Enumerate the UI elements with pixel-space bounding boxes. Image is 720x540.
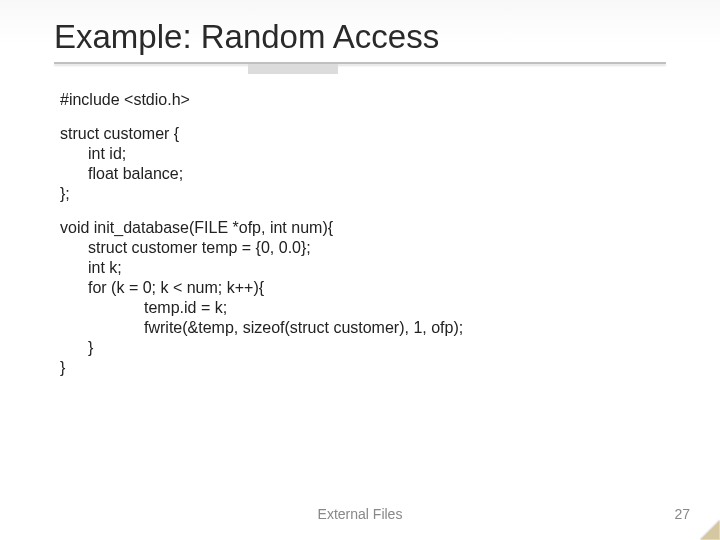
code-line: #include <stdio.h> — [60, 90, 666, 110]
title-underline — [54, 62, 666, 64]
footer-text: External Files — [0, 506, 720, 522]
code-line: fwrite(&temp, sizeof(struct customer), 1… — [60, 318, 666, 338]
code-function-block: void init_database(FILE *ofp, int num){ … — [60, 218, 666, 378]
code-line: int id; — [60, 144, 666, 164]
code-line: struct customer temp = {0, 0.0}; — [60, 238, 666, 258]
code-body: #include <stdio.h> struct customer { int… — [54, 72, 666, 378]
code-struct-block: struct customer { int id; float balance;… — [60, 124, 666, 204]
page-curl-icon — [700, 520, 720, 540]
code-line: } — [60, 358, 666, 378]
page-number: 27 — [674, 506, 690, 522]
code-line: int k; — [60, 258, 666, 278]
slide: Example: Random Access #include <stdio.h… — [0, 0, 720, 540]
slide-title: Example: Random Access — [54, 18, 666, 56]
code-line: }; — [60, 184, 666, 204]
code-line: temp.id = k; — [60, 298, 666, 318]
code-line: void init_database(FILE *ofp, int num){ — [60, 218, 666, 238]
code-include-block: #include <stdio.h> — [60, 90, 666, 110]
code-line: float balance; — [60, 164, 666, 184]
title-accent — [248, 64, 338, 74]
code-line: } — [60, 338, 666, 358]
code-line: for (k = 0; k < num; k++){ — [60, 278, 666, 298]
code-line: struct customer { — [60, 124, 666, 144]
